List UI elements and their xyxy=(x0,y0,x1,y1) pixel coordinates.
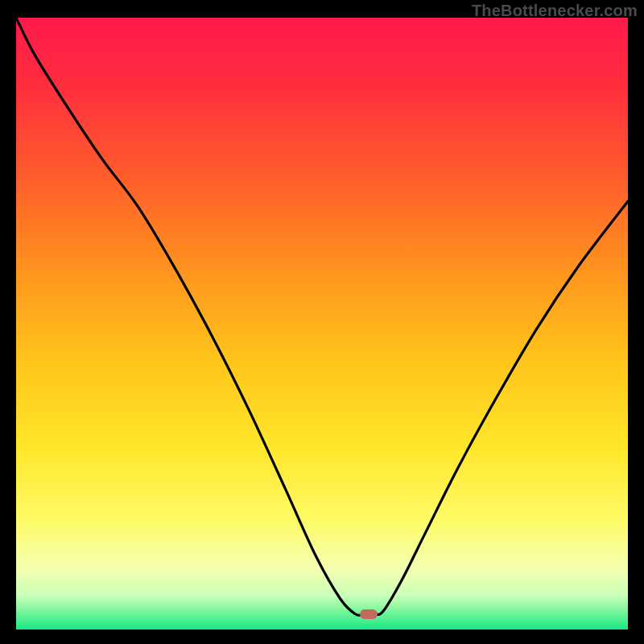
optimal-point-marker xyxy=(360,609,378,619)
chart-frame: TheBottlenecker.com xyxy=(0,0,644,644)
bottleneck-curve xyxy=(16,18,628,630)
plot-area xyxy=(16,18,628,630)
attribution-label: TheBottlenecker.com xyxy=(472,2,638,20)
